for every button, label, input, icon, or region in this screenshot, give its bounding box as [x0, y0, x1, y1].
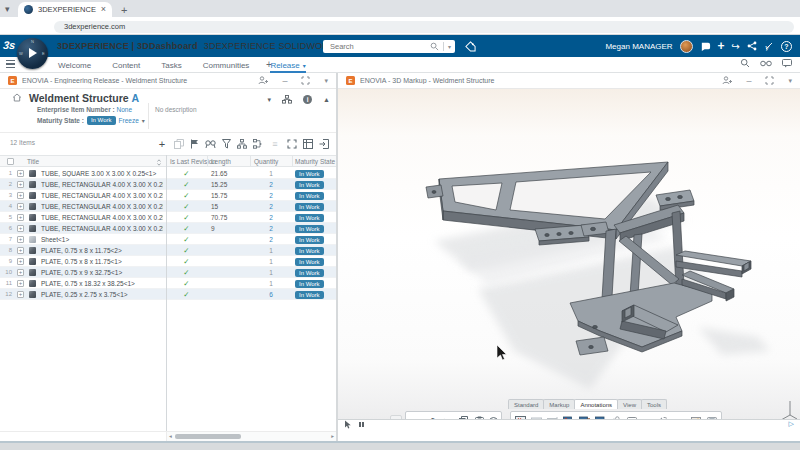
part-quantity[interactable]: 1: [250, 269, 292, 276]
expand-row-icon[interactable]: +: [17, 269, 24, 276]
expand-structure-icon[interactable]: [237, 139, 247, 149]
new-tab-button[interactable]: +: [121, 4, 127, 16]
part-quantity[interactable]: 2: [250, 192, 292, 199]
table-row[interactable]: 7+Sheet<1>✓2In Work: [0, 234, 336, 245]
part-quantity[interactable]: 2: [250, 236, 292, 243]
table-row[interactable]: 10+PLATE, 0.75 x 9 x 32.75<1>✓1In Work: [0, 267, 336, 278]
part-quantity[interactable]: 1: [250, 280, 292, 287]
scrollbar-thumb[interactable]: [175, 434, 241, 439]
expand-row-icon[interactable]: +: [17, 192, 24, 199]
add-dashboard-tab-button[interactable]: +: [266, 59, 272, 70]
col-is-last-revision[interactable]: Is Last Revision: [170, 158, 216, 165]
scrollbar-track[interactable]: ◂ ▸: [166, 432, 336, 441]
chat-icon[interactable]: [782, 59, 792, 68]
search-scope-chevron-icon[interactable]: ▾: [448, 43, 451, 50]
share-widget-icon[interactable]: [258, 76, 268, 85]
notifications-icon[interactable]: [700, 41, 711, 52]
avatar[interactable]: [680, 40, 693, 53]
nav-tab-release[interactable]: Release▾: [270, 57, 305, 73]
table-row[interactable]: 12+PLATE, 0.25 x 2.75 x 3.75<1>✓6In Work: [0, 289, 336, 300]
duplicate-icon[interactable]: [174, 139, 184, 149]
table-row[interactable]: 4+TUBE, RECTANGULAR 4.00 X 3.00 X 0.25<5…: [0, 201, 336, 212]
part-quantity[interactable]: 1: [250, 170, 292, 177]
widget-menu-chevron-icon[interactable]: ▾: [324, 77, 328, 85]
search-input[interactable]: [330, 42, 430, 51]
part-title[interactable]: PLATE, 0.75 x 9 x 32.75<1>: [41, 269, 163, 276]
find-icon[interactable]: [205, 139, 216, 149]
table-row[interactable]: 6+TUBE, RECTANGULAR 4.00 X 3.00 X 0.25<1…: [0, 223, 336, 234]
part-title[interactable]: TUBE, RECTANGULAR 4.00 X 3.00 X 0.25<10>: [41, 225, 163, 232]
part-quantity[interactable]: 2: [250, 214, 292, 221]
expand-row-icon[interactable]: +: [17, 225, 24, 232]
part-title[interactable]: TUBE, RECTANGULAR 4.00 X 3.00 X 0.25<4>: [41, 214, 163, 221]
table-row[interactable]: 2+TUBE, RECTANGULAR 4.00 X 3.00 X 0.25<7…: [0, 179, 336, 190]
search-icon[interactable]: [430, 42, 439, 51]
select-all-checkbox[interactable]: [7, 158, 14, 165]
add-item-icon[interactable]: +: [156, 137, 168, 151]
tab-close-icon[interactable]: ×: [101, 5, 106, 14]
immersive-view-icon[interactable]: [760, 59, 772, 68]
table-row[interactable]: 9+PLATE, 0.75 x 8 x 11.75<1>✓1In Work: [0, 256, 336, 267]
part-title[interactable]: PLATE, 0.75 x 18.32 x 38.25<1>: [41, 280, 163, 287]
expand-row-icon[interactable]: +: [17, 258, 24, 265]
expand-row-icon[interactable]: +: [17, 170, 24, 177]
markup-tab-markup[interactable]: Markup: [543, 399, 575, 409]
markup-tab-standard[interactable]: Standard: [508, 399, 544, 409]
list-view-icon[interactable]: ≡: [269, 137, 281, 151]
col-quantity[interactable]: Quantity: [254, 158, 278, 165]
col-maturity-state[interactable]: Maturity State: [295, 158, 335, 165]
maximize-widget-icon[interactable]: [765, 76, 774, 85]
part-title[interactable]: TUBE, RECTANGULAR 4.00 X 3.00 X 0.25<7>: [41, 181, 163, 188]
table-row[interactable]: 3+TUBE, RECTANGULAR 4.00 X 3.00 X 0.25<6…: [0, 190, 336, 201]
item-expand-chevron-icon[interactable]: ▾: [268, 96, 272, 104]
select-cursor-icon[interactable]: [344, 420, 352, 429]
expand-row-icon[interactable]: +: [17, 181, 24, 188]
part-quantity[interactable]: 1: [250, 247, 292, 254]
flag-icon[interactable]: [190, 139, 199, 149]
minimize-widget-icon[interactable]: –: [282, 76, 287, 86]
frozen-column-divider[interactable]: [166, 155, 167, 431]
part-quantity[interactable]: 2: [250, 203, 292, 210]
chevron-down-icon[interactable]: ▾: [303, 62, 306, 69]
info-icon[interactable]: i: [303, 95, 312, 104]
part-title[interactable]: PLATE, 0.75 x 8 x 11.75<2>: [41, 247, 163, 254]
play-icon[interactable]: ▷: [789, 420, 794, 428]
add-icon[interactable]: +: [718, 39, 725, 53]
expand-row-icon[interactable]: +: [17, 247, 24, 254]
nav-tab-content[interactable]: Content: [112, 57, 140, 73]
sort-icon[interactable]: [156, 159, 162, 166]
markup-tab-tools[interactable]: Tools: [641, 399, 667, 409]
hamburger-menu-icon[interactable]: [6, 60, 15, 68]
nav-tab-welcome[interactable]: Welcome: [58, 57, 91, 73]
part-title[interactable]: PLATE, 0.25 x 2.75 x 3.75<1>: [41, 291, 163, 298]
widget-menu-chevron-icon[interactable]: ▾: [788, 77, 792, 85]
part-title[interactable]: TUBE, RECTANGULAR 4.00 X 3.00 X 0.25<6>: [41, 192, 163, 199]
pause-icon[interactable]: [359, 422, 364, 427]
user-name[interactable]: Megan MANAGER: [605, 42, 672, 51]
col-title[interactable]: Title: [27, 158, 39, 165]
expand-row-icon[interactable]: +: [17, 280, 24, 287]
share-icon[interactable]: ↪: [732, 41, 740, 52]
minimize-widget-icon[interactable]: –: [746, 76, 751, 86]
table-row[interactable]: 8+PLATE, 0.75 x 8 x 11.75<2>✓1In Work: [0, 245, 336, 256]
share-widget-icon[interactable]: [722, 76, 732, 85]
enterprise-value[interactable]: None: [116, 106, 132, 113]
swym-icon[interactable]: y: [764, 41, 774, 51]
markup-tab-view[interactable]: View: [617, 399, 642, 409]
item-structure-icon[interactable]: [282, 95, 292, 104]
address-bar[interactable]: 3dexperience.com: [54, 21, 794, 33]
maximize-widget-icon[interactable]: [301, 76, 310, 85]
part-quantity[interactable]: 2: [250, 225, 292, 232]
part-title[interactable]: PLATE, 0.75 x 8 x 11.75<1>: [41, 258, 163, 265]
export-icon[interactable]: [319, 139, 329, 149]
collapse-up-icon[interactable]: ▲: [323, 96, 330, 103]
table-row[interactable]: 11+PLATE, 0.75 x 18.32 x 38.25<1>✓1In Wo…: [0, 278, 336, 289]
3ds-logo[interactable]: 3s: [2, 39, 17, 53]
expand-row-icon[interactable]: +: [17, 214, 24, 221]
part-quantity[interactable]: 2: [250, 181, 292, 188]
table-view-icon[interactable]: [303, 139, 313, 149]
part-title[interactable]: TUBE, SQUARE 3.00 X 3.00 X 0.25<1>: [41, 170, 163, 177]
search-page-icon[interactable]: [740, 58, 750, 68]
maturity-chevron-icon[interactable]: ▾: [142, 117, 145, 124]
expand-row-icon[interactable]: +: [17, 236, 24, 243]
